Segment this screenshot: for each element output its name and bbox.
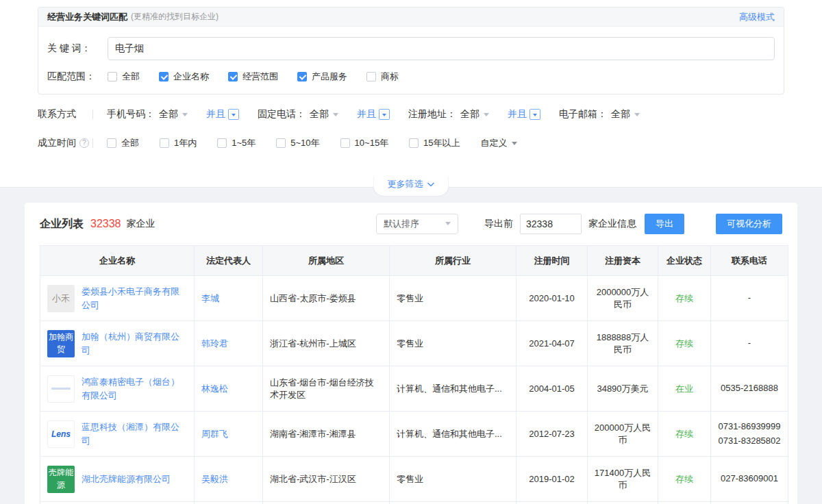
col-header-region: 所属地区 xyxy=(263,246,390,276)
field-value: 全部 xyxy=(159,108,178,121)
region-text: 山东省-烟台市-烟台经济技术开发区 xyxy=(263,366,390,412)
chevron-down-icon xyxy=(382,114,386,118)
checkbox-label: 商标 xyxy=(381,71,399,83)
match-scope-label: 匹配范围： xyxy=(47,71,108,83)
founded-checkbox-1-5y[interactable]: 1~5年 xyxy=(217,137,256,149)
vertical-divider xyxy=(92,110,93,119)
founded-checkbox-15y-plus[interactable]: 15年以上 xyxy=(409,137,460,149)
chevron-down-icon xyxy=(484,113,489,119)
company-table: 企业名称 法定代表人 所属地区 所属行业 注册时间 注册资本 企业状态 联系电话… xyxy=(40,245,788,504)
chevron-down-icon xyxy=(445,222,451,228)
keyword-label: 关 键 词： xyxy=(47,42,108,55)
founded-checkbox-10-15y[interactable]: 10~15年 xyxy=(340,137,389,149)
company-list-card: 企业列表 32338 家企业 默认排序 导出前 家企业信息 导出 可视化分析 xyxy=(25,203,797,504)
connector-dropdown-box[interactable] xyxy=(530,109,540,120)
table-row: 加翰商贸 加翰（杭州）商贸有限公司 韩玲君 浙江省-杭州市-上城区 零售业 20… xyxy=(40,321,788,366)
industry-text: 计算机、通信和其他电子... xyxy=(390,412,516,457)
legal-rep-link[interactable]: 李城 xyxy=(201,293,219,303)
scope-checkbox-trademark[interactable]: 商标 xyxy=(366,71,399,83)
company-logo[interactable]: 壳牌能源 xyxy=(47,466,75,493)
list-title: 企业列表 xyxy=(40,217,84,231)
card-header: 企业列表 32338 家企业 默认排序 导出前 家企业信息 导出 可视化分析 xyxy=(40,203,782,245)
founded-checkbox-1y[interactable]: 1年内 xyxy=(160,137,197,149)
capital-text: 2000000万人民币 xyxy=(588,276,658,321)
scope-checkbox-product-service[interactable]: 产品服务 xyxy=(297,71,347,83)
landline-filter-dropdown[interactable]: 固定电话： 全部 xyxy=(258,108,338,121)
chevron-down-icon xyxy=(333,113,338,119)
scope-checkbox-business-scope[interactable]: 经营范围 xyxy=(228,71,278,83)
region-text: 山西省-太原市-娄烦县 xyxy=(263,276,390,321)
company-name-link[interactable]: 湖北壳牌能源有限公司 xyxy=(82,473,171,486)
founded-filter-label: 成立时间 ? xyxy=(38,137,92,149)
export-prefix-label: 导出前 xyxy=(484,218,513,230)
page: 经营业务关键词匹配 (更精准的找到目标企业) 高级模式 关 键 词： 匹配范围：… xyxy=(0,0,822,504)
checkbox-label: 1年内 xyxy=(174,137,197,149)
company-name-link[interactable]: 鸿富泰精密电子（烟台）有限公司 xyxy=(82,375,187,402)
mobile-filter-dropdown[interactable]: 手机号码： 全部 xyxy=(107,108,188,121)
checkbox-label: 5~10年 xyxy=(290,137,319,149)
status-badge: 存续 xyxy=(675,293,693,303)
company-logo[interactable]: Lens xyxy=(47,420,75,448)
legal-rep-link[interactable]: 林逸松 xyxy=(201,383,228,394)
company-name-link[interactable]: 蓝思科技（湘潭）有限公司 xyxy=(82,420,187,447)
connector-and-1[interactable]: 并且 xyxy=(206,108,239,121)
export-count-input[interactable] xyxy=(520,214,582,234)
capital-text: 171400万人民币 xyxy=(588,457,658,502)
connector-and-3[interactable]: 并且 xyxy=(508,108,540,121)
checkbox-label: 全部 xyxy=(122,71,140,83)
keyword-panel-body: 关 键 词： 匹配范围： 全部 企业名称 xyxy=(38,27,784,94)
visual-analysis-button[interactable]: 可视化分析 xyxy=(716,214,782,234)
company-logo[interactable]: 小禾 xyxy=(47,285,75,312)
founded-label-text: 成立时间 xyxy=(38,137,76,149)
connector-dropdown-box[interactable] xyxy=(379,109,390,120)
founded-options-list: 全部 1年内 1~5年 5~10年 10~15年 xyxy=(107,137,517,149)
table-header: 企业名称 法定代表人 所属地区 所属行业 注册时间 注册资本 企业状态 联系电话 xyxy=(40,246,788,276)
legal-rep-link[interactable]: 吴毅洪 xyxy=(201,474,228,484)
keyword-panel-header: 经营业务关键词匹配 (更精准的找到目标企业) 高级模式 xyxy=(38,8,784,27)
founded-checkbox-5-10y[interactable]: 5~10年 xyxy=(276,137,319,149)
checkbox-icon xyxy=(159,72,169,81)
more-filters-label: 更多筛选 xyxy=(388,178,423,190)
status-badge: 存续 xyxy=(675,338,693,349)
sort-dropdown[interactable]: 默认排序 xyxy=(376,214,458,234)
scope-checkbox-list: 全部 企业名称 经营范围 产品服务 xyxy=(108,71,399,83)
col-header-status: 企业状态 xyxy=(658,246,711,276)
company-name-link[interactable]: 娄烦县小禾电子商务有限公司 xyxy=(82,285,187,312)
industry-text: 零售业 xyxy=(390,457,516,502)
table-row-partial xyxy=(40,502,788,504)
founded-checkbox-all[interactable]: 全部 xyxy=(107,137,139,149)
export-button[interactable]: 导出 xyxy=(645,214,684,234)
founded-custom-dropdown[interactable]: 自定义 xyxy=(481,137,517,149)
reg-date-text: 2020-01-10 xyxy=(516,276,588,321)
col-header-industry: 所属行业 xyxy=(390,246,516,276)
more-filters-tab[interactable]: 更多筛选 xyxy=(373,177,449,197)
company-logo[interactable]: 加翰商贸 xyxy=(47,330,75,357)
field-label: 注册地址： xyxy=(408,108,456,121)
checkbox-icon xyxy=(160,138,169,148)
checkbox-icon xyxy=(107,138,116,148)
checkbox-label: 10~15年 xyxy=(355,137,389,149)
connector-and-2[interactable]: 并且 xyxy=(357,108,390,121)
reg-date-text: 2004-01-05 xyxy=(516,366,588,412)
reg-date-text: 2012-07-23 xyxy=(516,412,588,457)
connector-dropdown-box[interactable] xyxy=(228,109,239,120)
contact-filter-row: 联系方式 手机号码： 全部 并且 固定电话： 全部 并且 注册地址： xyxy=(38,100,784,129)
email-filter-dropdown[interactable]: 电子邮箱： 全部 xyxy=(559,108,640,121)
address-filter-dropdown[interactable]: 注册地址： 全部 xyxy=(408,108,489,121)
checkbox-label: 产品服务 xyxy=(312,71,347,83)
connector-label: 并且 xyxy=(508,108,527,121)
keyword-match-panel: 经营业务关键词匹配 (更精准的找到目标企业) 高级模式 关 键 词： 匹配范围：… xyxy=(38,7,784,94)
status-badge: 在业 xyxy=(675,383,693,394)
scope-checkbox-company-name[interactable]: 企业名称 xyxy=(159,71,209,83)
legal-rep-link[interactable]: 韩玲君 xyxy=(201,338,228,349)
industry-text: 零售业 xyxy=(390,276,516,321)
legal-rep-link[interactable]: 周群飞 xyxy=(201,429,228,439)
reg-date-text: 2021-04-07 xyxy=(516,321,588,366)
company-name-link[interactable]: 加翰（杭州）商贸有限公司 xyxy=(82,330,187,357)
table-row: 小禾 娄烦县小禾电子商务有限公司 李城 山西省-太原市-娄烦县 零售业 2020… xyxy=(40,276,788,321)
keyword-input[interactable] xyxy=(108,37,775,60)
advanced-mode-link[interactable]: 高级模式 xyxy=(739,11,775,23)
scope-checkbox-all[interactable]: 全部 xyxy=(108,71,140,83)
help-icon[interactable]: ? xyxy=(79,138,89,148)
company-logo[interactable] xyxy=(47,375,75,403)
